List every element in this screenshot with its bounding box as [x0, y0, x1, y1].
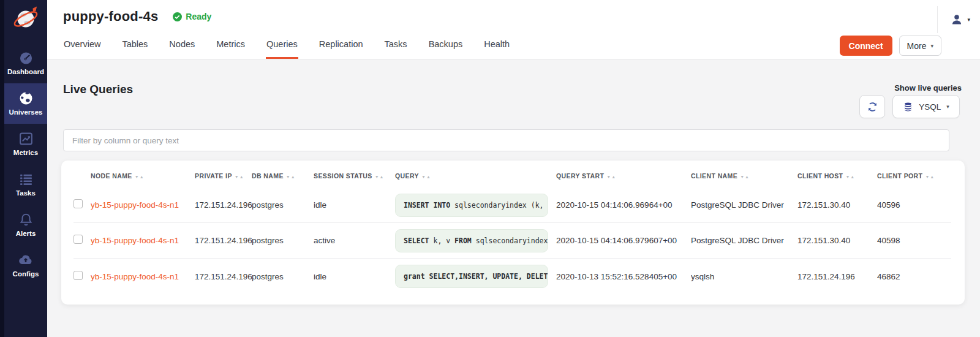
sort-icon[interactable]: ▼▲: [375, 175, 385, 179]
user-menu[interactable]: ▾: [937, 6, 970, 33]
query-start-cell: 2020-10-15 04:14:06.96964+00: [556, 200, 691, 210]
tab-backups[interactable]: Backups: [428, 33, 464, 59]
status-badge: Ready: [173, 12, 211, 21]
client-host-cell: 172.151.30.40: [797, 200, 877, 210]
app-logo[interactable]: [4, 0, 47, 43]
sort-icon[interactable]: ▼▲: [740, 175, 750, 179]
more-button[interactable]: More ▾: [899, 36, 941, 56]
chevron-down-icon: ▾: [946, 104, 949, 110]
more-button-label: More: [907, 41, 927, 51]
cloud-upload-icon: [4, 252, 47, 268]
sidebar-item-configs[interactable]: Configs: [4, 245, 47, 286]
column-header-node-name[interactable]: NODE NAME▼▲: [91, 172, 195, 180]
db-name-cell: postgres: [252, 272, 314, 281]
query-start-cell: 2020-10-13 15:52:16.528405+00: [556, 272, 691, 281]
row-checkbox[interactable]: [74, 199, 83, 208]
query-snippet[interactable]: SELECT k, v FROM sqlsecondaryindex …: [395, 229, 548, 252]
live-queries-panel: Live Queries Show live queries: [47, 59, 980, 337]
row-checkbox[interactable]: [74, 271, 83, 280]
sort-icon[interactable]: ▼▲: [845, 175, 855, 179]
tab-replication[interactable]: Replication: [318, 33, 364, 59]
tab-tables[interactable]: Tables: [121, 33, 148, 59]
sort-icon[interactable]: ▼▲: [925, 175, 935, 179]
sidebar: Dashboard Universes Metrics: [0, 0, 47, 337]
status-label: Ready: [186, 12, 211, 21]
yugabyte-planet-rocket-logo-icon: [12, 5, 40, 36]
tab-health[interactable]: Health: [483, 33, 510, 59]
sidebar-item-metrics[interactable]: Metrics: [4, 124, 47, 164]
session-status-cell: idle: [314, 272, 395, 281]
query-snippet[interactable]: INSERT INTO sqlsecondaryindex (k, v…: [395, 194, 548, 217]
sidebar-item-label: Dashboard: [4, 68, 47, 75]
client-port-cell: 40598: [877, 236, 951, 245]
check-circle-icon: [173, 12, 182, 21]
sidebar-item-alerts[interactable]: Alerts: [4, 205, 47, 245]
node-name-link[interactable]: yb-15-puppy-food-4s-n1: [91, 236, 195, 245]
universe-title: puppy-food-4s: [63, 9, 158, 25]
table-row: yb-15-puppy-food-4s-n1 172.151.24.196 po…: [74, 187, 951, 223]
sidebar-item-dashboard[interactable]: Dashboard: [4, 43, 47, 83]
show-live-queries-label: Show live queries: [894, 83, 962, 93]
query-start-cell: 2020-10-15 04:14:06.979607+00: [556, 236, 691, 245]
client-host-cell: 172.151.24.196: [797, 272, 877, 281]
column-header-db-name[interactable]: DB NAME▼▲: [252, 172, 314, 180]
sort-icon[interactable]: ▼▲: [421, 175, 431, 179]
sidebar-item-tasks[interactable]: Tasks: [4, 164, 47, 205]
client-port-cell: 46862: [877, 272, 951, 281]
column-header-session-status[interactable]: SESSION STATUS▼▲: [314, 172, 395, 180]
gauge-icon: [4, 50, 47, 66]
column-header-client-host[interactable]: CLIENT HOST▼▲: [797, 172, 877, 180]
sort-icon[interactable]: ▼▲: [606, 175, 616, 179]
sidebar-item-label: Metrics: [4, 149, 47, 156]
client-host-cell: 172.151.30.40: [797, 236, 877, 245]
column-header-client-port[interactable]: CLIENT PORT▼▲: [877, 172, 951, 180]
session-status-cell: active: [314, 236, 395, 245]
chart-icon: [4, 131, 47, 146]
table-row: yb-15-puppy-food-4s-n1 172.151.24.196 po…: [74, 223, 951, 259]
page-title: Live Queries: [63, 83, 133, 96]
table-row: yb-15-puppy-food-4s-n1 172.151.24.196 po…: [74, 259, 951, 294]
database-icon: [903, 102, 913, 112]
tab-overview[interactable]: Overview: [63, 33, 101, 59]
bell-icon: [4, 211, 47, 227]
sidebar-item-label: Tasks: [4, 189, 47, 197]
globe-icon: [4, 90, 47, 106]
client-name-cell: PostgreSQL JDBC Driver: [691, 200, 797, 210]
row-checkbox[interactable]: [74, 235, 83, 244]
chevron-down-icon: ▾: [967, 17, 970, 23]
connect-button[interactable]: Connect: [840, 36, 892, 56]
sidebar-item-universes[interactable]: Universes: [4, 83, 47, 124]
private-ip-cell: 172.151.24.196: [195, 236, 252, 245]
sidebar-item-label: Configs: [4, 270, 47, 278]
query-snippet[interactable]: grant SELECT,INSERT, UPDATE, DELETE…: [395, 265, 548, 288]
db-name-cell: postgres: [252, 200, 314, 210]
sort-icon[interactable]: ▼▲: [286, 175, 296, 179]
tab-metrics[interactable]: Metrics: [216, 33, 246, 59]
tab-nodes[interactable]: Nodes: [168, 33, 195, 59]
live-queries-table: NODE NAME▼▲ PRIVATE IP▼▲ DB NAME▼▲ SESSI…: [61, 161, 965, 305]
client-name-cell: ysqlsh: [691, 272, 797, 281]
refresh-icon: [867, 101, 878, 113]
sort-icon[interactable]: ▼▲: [135, 175, 145, 179]
column-header-query[interactable]: QUERY▼▲: [395, 172, 556, 180]
db-name-cell: postgres: [252, 236, 314, 245]
session-status-cell: idle: [314, 200, 395, 210]
table-header-row: NODE NAME▼▲ PRIVATE IP▼▲ DB NAME▼▲ SESSI…: [74, 161, 951, 187]
tab-tasks[interactable]: Tasks: [384, 33, 408, 59]
node-name-link[interactable]: yb-15-puppy-food-4s-n1: [91, 272, 195, 281]
universe-tabs: Overview Tables Nodes Metrics Queries Re…: [63, 33, 510, 59]
private-ip-cell: 172.151.24.196: [195, 272, 252, 281]
refresh-button[interactable]: [859, 95, 885, 118]
person-icon: [950, 13, 963, 26]
node-name-link[interactable]: yb-15-puppy-food-4s-n1: [91, 200, 195, 210]
private-ip-cell: 172.151.24.196: [195, 200, 252, 210]
api-selector-dropdown[interactable]: YSQL ▾: [892, 95, 960, 118]
column-header-client-name[interactable]: CLIENT NAME▼▲: [691, 172, 797, 180]
chevron-down-icon: ▾: [930, 43, 933, 49]
sort-icon[interactable]: ▼▲: [235, 175, 244, 179]
column-header-query-start[interactable]: QUERY START▼▲: [556, 172, 691, 180]
sidebar-item-label: Alerts: [4, 230, 47, 237]
query-filter-input[interactable]: [63, 129, 949, 151]
column-header-private-ip[interactable]: PRIVATE IP▼▲: [195, 172, 252, 180]
tab-queries[interactable]: Queries: [266, 33, 298, 59]
